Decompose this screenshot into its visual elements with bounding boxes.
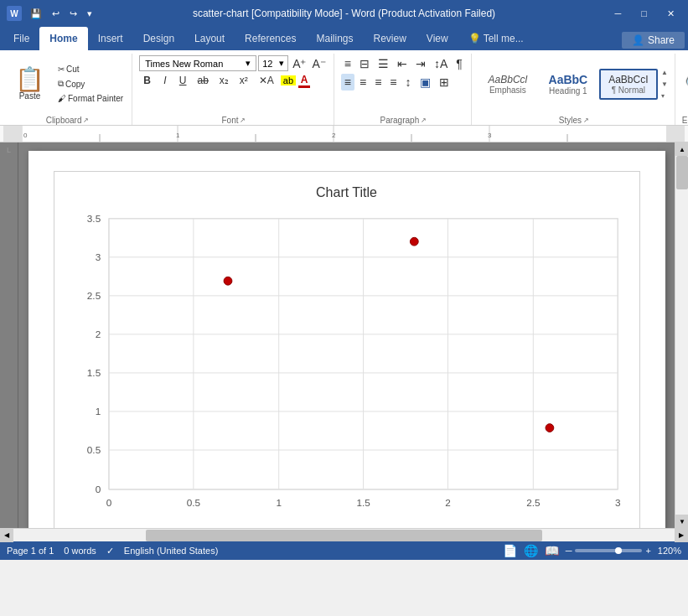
align-left-button[interactable]: ≡: [341, 74, 354, 91]
justify-button[interactable]: ≡: [386, 74, 400, 91]
paragraph-content: ≡ ⊟ ☰ ⇤ ⇥ ↕A ¶ ≡ ≡ ≡ ≡ ↕ ▣ ⊞: [341, 54, 466, 114]
restore-button[interactable]: □: [634, 5, 654, 22]
h-scroll-thumb[interactable]: [146, 530, 542, 541]
share-button[interactable]: 👤 Share: [622, 32, 685, 49]
clipboard-expand-icon[interactable]: ↗: [83, 116, 89, 124]
zoom-slider[interactable]: ─ +: [566, 546, 651, 556]
tab-home[interactable]: Home: [39, 27, 87, 50]
document-page: Chart Title: [28, 151, 665, 528]
quick-access-toolbar: 💾 ↩ ↪ ▾: [27, 7, 96, 21]
styles-more-button[interactable]: ▾: [660, 91, 670, 101]
superscript-button[interactable]: x²: [235, 73, 252, 88]
scroll-thumb[interactable]: [676, 156, 688, 189]
tab-file[interactable]: File: [3, 27, 39, 50]
tab-design[interactable]: Design: [133, 27, 184, 50]
h-scroll-track[interactable]: [13, 529, 675, 541]
svg-text:2: 2: [332, 132, 336, 139]
styles-expand-icon[interactable]: ↗: [583, 116, 589, 124]
multilevel-button[interactable]: ☰: [375, 55, 392, 72]
read-mode-button[interactable]: 📖: [545, 544, 559, 557]
scroll-right-button[interactable]: ▶: [675, 529, 688, 542]
style-heading1[interactable]: AaBbC Heading 1: [539, 68, 597, 101]
save-button[interactable]: 💾: [27, 7, 45, 21]
tab-view[interactable]: View: [416, 27, 458, 50]
proofing-icon[interactable]: ✓: [106, 546, 114, 556]
font-size-selector[interactable]: 12 ▾: [258, 55, 288, 71]
horizontal-scrollbar[interactable]: ◀ ▶: [0, 528, 688, 541]
zoom-level[interactable]: 120%: [658, 546, 681, 556]
svg-text:1: 1: [176, 132, 180, 139]
style-emphasis[interactable]: AaBbCcl Emphasis: [478, 69, 537, 100]
svg-text:0: 0: [106, 497, 111, 508]
search-button[interactable]: 🔍: [685, 74, 688, 94]
decrease-indent-button[interactable]: ⇤: [394, 55, 411, 72]
tab-mailings[interactable]: Mailings: [306, 27, 363, 50]
scroll-left-button[interactable]: ◀: [0, 529, 13, 542]
italic-button[interactable]: I: [158, 73, 173, 88]
paragraph-row2: ≡ ≡ ≡ ≡ ↕ ▣ ⊞: [341, 74, 453, 91]
font-name-selector[interactable]: Times New Roman ▾: [139, 55, 256, 71]
zoom-track[interactable]: [575, 549, 642, 552]
underline-button[interactable]: U: [175, 73, 191, 88]
status-bar: Page 1 of 1 0 words ✓ English (United St…: [0, 541, 688, 560]
increase-indent-button[interactable]: ⇥: [412, 55, 429, 72]
bold-button[interactable]: B: [139, 73, 155, 88]
font-size-buttons: A⁺ A⁻: [290, 57, 328, 70]
sort-button[interactable]: ↕A: [431, 55, 451, 72]
styles-scroll-up-button[interactable]: ▲: [660, 67, 670, 78]
bullets-button[interactable]: ≡: [341, 55, 354, 72]
borders-button[interactable]: ⊞: [436, 74, 453, 91]
word-count: 0 words: [64, 546, 96, 556]
tab-references[interactable]: References: [235, 27, 306, 50]
redo-button[interactable]: ↪: [66, 7, 80, 21]
style-normal[interactable]: AaBbCcI ¶ Normal: [599, 69, 658, 100]
show-formatting-button[interactable]: ¶: [453, 55, 466, 72]
close-button[interactable]: ✕: [660, 5, 681, 23]
scroll-up-button[interactable]: ▲: [675, 142, 688, 156]
paragraph-expand-icon[interactable]: ↗: [421, 116, 427, 124]
chart-container[interactable]: Chart Title: [54, 171, 640, 528]
font-expand-icon[interactable]: ↗: [240, 116, 246, 124]
customize-quick-access-button[interactable]: ▾: [84, 7, 96, 21]
format-painter-button[interactable]: 🖌 Format Painter: [54, 92, 127, 105]
svg-rect-0: [22, 126, 666, 142]
strikethrough-button[interactable]: ab: [193, 73, 212, 88]
zoom-out-button[interactable]: ─: [566, 546, 572, 556]
tab-insert[interactable]: Insert: [88, 27, 133, 50]
numbering-button[interactable]: ⊟: [356, 55, 373, 72]
paste-button[interactable]: 📋 Paste: [8, 55, 51, 112]
normal-preview: AaBbCcI: [608, 74, 649, 85]
shading-button[interactable]: ▣: [416, 74, 434, 91]
cut-button[interactable]: ✂ Cut: [54, 63, 127, 75]
web-layout-button[interactable]: 🌐: [524, 544, 538, 557]
font-grow-button[interactable]: A⁺: [290, 57, 308, 70]
copy-button[interactable]: ⧉ Copy: [54, 77, 127, 91]
vertical-scrollbar[interactable]: ▲ ▼: [675, 142, 688, 528]
minimize-button[interactable]: ─: [608, 5, 629, 22]
subscript-button[interactable]: x₂: [215, 73, 233, 88]
data-point-1: [224, 277, 232, 285]
zoom-in-button[interactable]: +: [645, 546, 650, 556]
align-center-button[interactable]: ≡: [356, 74, 370, 91]
clear-format-button[interactable]: ✕A: [255, 73, 278, 88]
tab-tell-me[interactable]: 💡 Tell me...: [458, 27, 534, 50]
undo-button[interactable]: ↩: [49, 7, 63, 21]
print-layout-button[interactable]: 📄: [503, 544, 517, 557]
ruler-right-margin: [666, 126, 685, 142]
editing-content: 🔍: [685, 54, 688, 114]
line-spacing-button[interactable]: ↕: [402, 74, 415, 91]
editing-label: Editing: [682, 116, 688, 125]
ribbon-tabs: File Home Insert Design Layout Reference…: [0, 27, 688, 50]
scroll-track[interactable]: [675, 156, 688, 515]
page-marker: L: [0, 146, 18, 154]
language[interactable]: English (United States): [124, 546, 219, 556]
scroll-down-button[interactable]: ▼: [675, 515, 688, 528]
font-color-button[interactable]: A: [298, 74, 310, 88]
styles-scroll-down-button[interactable]: ▼: [660, 79, 670, 90]
styles-group: AaBbCcl Emphasis AaBbC Heading 1 AaBbCcI…: [473, 54, 675, 125]
font-shrink-button[interactable]: A⁻: [309, 57, 328, 70]
highlight-color-button[interactable]: ab: [281, 75, 296, 85]
tab-review[interactable]: Review: [363, 27, 416, 50]
tab-layout[interactable]: Layout: [184, 27, 235, 50]
align-right-button[interactable]: ≡: [371, 74, 385, 91]
